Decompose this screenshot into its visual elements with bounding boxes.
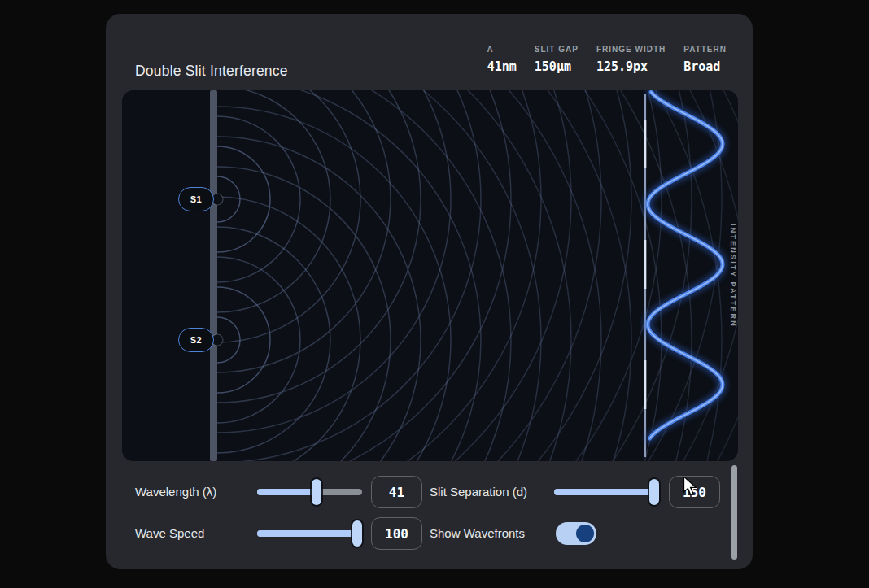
wavelength-slider-thumb[interactable] — [312, 479, 321, 505]
intensity-pattern-label: INTENSITY PATTERN — [729, 224, 737, 328]
stat-value-fringe-width: 125.9px — [596, 59, 666, 74]
controls-row-2: Wave Speed 100 Show Wavefronts — [106, 517, 753, 550]
show-wavefronts-toggle-knob[interactable] — [576, 525, 594, 542]
simulation-svg — [122, 90, 738, 461]
wave-speed-slider[interactable] — [257, 517, 362, 550]
simulation-canvas: S1 S2 INTENSITY PATTERN — [122, 90, 738, 461]
simulator-card: Double Slit Interference Λ 41nm SLIT GAP… — [106, 14, 753, 569]
mouse-cursor — [683, 477, 697, 496]
stat-label-slit-gap: SLIT GAP — [535, 45, 579, 54]
controls-row-1: Wavelength (λ) 41 Slit Separation (d) 15… — [106, 476, 753, 508]
slit-label-s1[interactable]: S1 — [178, 187, 214, 211]
slit-separation-slider-fill — [554, 489, 659, 495]
stat-label-lambda: Λ — [487, 45, 517, 54]
wave-speed-label: Wave Speed — [135, 517, 204, 550]
wave-speed-slider-thumb[interactable] — [352, 520, 362, 547]
slit-separation-label: Slit Separation (d) — [430, 476, 527, 508]
wavelength-value-box[interactable]: 41 — [371, 476, 422, 508]
stat-label-fringe-width: FRINGE WIDTH — [596, 45, 666, 54]
controls-scrollbar[interactable] — [731, 465, 737, 560]
slit-label-s2[interactable]: S2 — [178, 328, 214, 352]
controls-panel: Wavelength (λ) 41 Slit Separation (d) 15… — [106, 461, 753, 569]
slit-separation-slider[interactable] — [554, 476, 659, 508]
stat-pattern: PATTERN Broad — [683, 45, 727, 74]
page-title: Double Slit Interference — [135, 63, 288, 80]
stat-slit-gap: SLIT GAP 150μm — [535, 45, 579, 74]
wavelength-slider-fill — [257, 489, 317, 495]
stat-value-pattern: Broad — [683, 59, 727, 74]
show-wavefronts-label: Show Wavefronts — [430, 517, 525, 550]
wave-speed-value-box[interactable]: 100 — [371, 517, 422, 550]
barrier — [210, 90, 217, 461]
stat-fringe-width: FRINGE WIDTH 125.9px — [596, 45, 666, 74]
stat-wavelength: Λ 41nm — [487, 45, 517, 74]
wavelength-label: Wavelength (λ) — [135, 476, 216, 508]
wavelength-slider[interactable] — [257, 476, 362, 508]
wave-speed-slider-fill — [257, 530, 362, 537]
show-wavefronts-toggle[interactable] — [556, 522, 596, 545]
app-window: Double Slit Interference Λ 41nm SLIT GAP… — [0, 0, 869, 588]
stat-value-lambda: 41nm — [487, 59, 517, 74]
stats-bar: Λ 41nm SLIT GAP 150μm FRINGE WIDTH 125.9… — [487, 45, 727, 74]
stat-value-slit-gap: 150μm — [535, 59, 579, 74]
slit-separation-slider-thumb[interactable] — [649, 479, 659, 505]
stat-label-pattern: PATTERN — [683, 45, 727, 54]
